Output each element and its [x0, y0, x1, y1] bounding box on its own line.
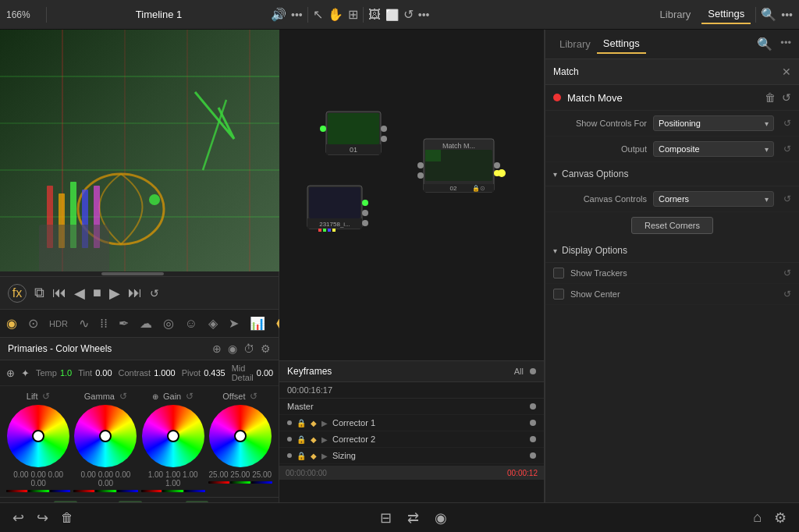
- equalizer-icon[interactable]: ⇄: [407, 509, 419, 527]
- more-icon[interactable]: •••: [291, 9, 303, 21]
- highlight-icon[interactable]: ◈: [208, 316, 218, 331]
- add-icon[interactable]: ⊕: [212, 342, 222, 355]
- loop-icon[interactable]: ↺: [150, 287, 159, 300]
- skip-back-icon[interactable]: ⏮: [52, 285, 66, 301]
- offset-slider-r[interactable]: [208, 481, 229, 484]
- kf-diamond-0[interactable]: ◆: [311, 419, 317, 427]
- gamma-slider-r[interactable]: [73, 490, 94, 492]
- output-dropdown[interactable]: Composite ▾: [653, 141, 774, 157]
- output-reset[interactable]: ↺: [783, 144, 791, 154]
- offset-wheel[interactable]: [209, 405, 272, 467]
- settings2-icon[interactable]: ⚙: [261, 342, 271, 355]
- gamma-wheel[interactable]: [74, 405, 137, 467]
- kf-diamond-2[interactable]: ◆: [311, 452, 317, 460]
- lift-slider-r[interactable]: [6, 490, 27, 492]
- lift-wheel[interactable]: [7, 405, 69, 467]
- gain-slider-g[interactable]: [162, 490, 183, 492]
- more3-icon[interactable]: •••: [781, 9, 793, 21]
- delete-icon[interactable]: 🗑: [61, 511, 73, 525]
- show-trackers-checkbox[interactable]: [553, 268, 564, 278]
- gain-slider-b[interactable]: [184, 490, 205, 492]
- kf-arrow-1[interactable]: ▶: [321, 435, 328, 444]
- tab-library2[interactable]: Library: [553, 35, 597, 53]
- kf-arrow-2[interactable]: ▶: [321, 452, 328, 460]
- show-controls-reset[interactable]: ↺: [783, 118, 791, 129]
- reset-corners-button[interactable]: Reset Corners: [631, 217, 713, 234]
- mm-reset-icon[interactable]: ↺: [782, 91, 791, 104]
- more4-icon[interactable]: •••: [780, 37, 791, 51]
- stop-icon[interactable]: ■: [93, 285, 101, 301]
- kf-lock-0[interactable]: 🔒: [297, 419, 306, 427]
- pip-icon[interactable]: ⬜: [385, 9, 399, 21]
- show-trackers-reset[interactable]: ↺: [783, 268, 791, 278]
- clips-icon[interactable]: ⊟: [380, 509, 392, 527]
- gamma-reset[interactable]: ↺: [119, 391, 127, 402]
- play-icon[interactable]: ▶: [109, 285, 120, 302]
- auto-icon[interactable]: ⊕: [6, 367, 15, 379]
- lift-slider-b[interactable]: [50, 490, 71, 492]
- curve-icon[interactable]: ∿: [79, 316, 89, 331]
- scope-icon[interactable]: ⊙: [28, 316, 38, 331]
- color-wheel2-icon[interactable]: ◉: [435, 509, 447, 527]
- offset-slider-b[interactable]: [251, 481, 272, 484]
- keyframes-all-label[interactable]: All: [514, 367, 524, 376]
- target-icon[interactable]: ◎: [163, 316, 174, 331]
- skip-forward-icon[interactable]: ⏭: [128, 285, 142, 301]
- dots-icon[interactable]: ⁞⁞: [100, 316, 108, 331]
- clock-icon[interactable]: ⏱: [243, 342, 254, 355]
- show-controls-dropdown[interactable]: Positioning ▾: [653, 115, 774, 131]
- tab-settings[interactable]: Settings: [701, 5, 751, 24]
- show-center-reset[interactable]: ↺: [783, 289, 791, 300]
- transform-icon[interactable]: ⊞: [348, 7, 358, 22]
- tab-settings2[interactable]: Settings: [597, 34, 646, 54]
- gain-slider-r[interactable]: [141, 490, 162, 492]
- effects-icon[interactable]: fx: [8, 284, 27, 303]
- gamma-slider-b[interactable]: [117, 490, 138, 492]
- gamma-slider-g[interactable]: [95, 490, 116, 492]
- home-icon[interactable]: ⌂: [753, 509, 762, 526]
- cloud-icon[interactable]: ☁: [140, 316, 152, 331]
- add-gain-icon[interactable]: ⊕: [152, 392, 158, 401]
- face-icon[interactable]: ☺: [185, 317, 197, 331]
- circle-icon[interactable]: ◉: [228, 342, 237, 355]
- kf-arrow-0[interactable]: ▶: [321, 419, 328, 427]
- offset-slider-g[interactable]: [230, 481, 251, 484]
- tab-library[interactable]: Library: [654, 5, 698, 23]
- close-icon[interactable]: ✕: [782, 66, 791, 78]
- scrollbar-thumb[interactable]: [101, 272, 164, 275]
- cursor-icon[interactable]: ↖: [313, 7, 323, 22]
- canvas-controls-dropdown[interactable]: Corners ▾: [653, 191, 774, 207]
- kf-lock-1[interactable]: 🔒: [297, 435, 306, 444]
- hand-icon[interactable]: ✋: [328, 7, 343, 22]
- color-wheel-icon[interactable]: ◉: [6, 316, 17, 331]
- prev-frame-icon[interactable]: ◀: [74, 285, 85, 302]
- image-icon[interactable]: 🖼: [368, 8, 381, 22]
- undo-icon[interactable]: ↩: [12, 509, 24, 527]
- layers-icon[interactable]: ⧉: [34, 285, 44, 301]
- redo-icon[interactable]: ↪: [37, 509, 48, 527]
- more2-icon[interactable]: •••: [418, 9, 430, 21]
- send-icon[interactable]: ➤: [229, 316, 239, 331]
- mm-delete-icon[interactable]: 🗑: [765, 91, 776, 104]
- offset-reset[interactable]: ↺: [250, 391, 257, 402]
- settings3-icon[interactable]: ⚙: [774, 509, 787, 527]
- canvas-controls-reset[interactable]: ↺: [783, 193, 791, 204]
- canvas-options-header[interactable]: ▾ Canvas Options: [545, 162, 799, 186]
- gain-reset[interactable]: ↺: [186, 391, 194, 402]
- node-canvas[interactable]: 01 Match M... 02 🔒 ⊙: [279, 30, 544, 360]
- lift-slider-g[interactable]: [28, 490, 49, 492]
- gain-wheel[interactable]: [142, 405, 204, 467]
- search2-icon[interactable]: 🔍: [757, 37, 772, 51]
- magic-icon[interactable]: ✦: [21, 367, 30, 379]
- picker-icon[interactable]: ✒: [119, 316, 129, 331]
- lift-reset[interactable]: ↺: [42, 391, 50, 402]
- search-icon[interactable]: 🔍: [761, 7, 776, 22]
- show-center-checkbox[interactable]: [553, 289, 564, 300]
- hdr-icon[interactable]: HDR: [49, 319, 68, 328]
- chart-icon[interactable]: 📊: [250, 316, 265, 331]
- kf-diamond-1[interactable]: ◆: [311, 435, 317, 444]
- sound-icon[interactable]: 🔊: [271, 7, 286, 22]
- kf-lock-2[interactable]: 🔒: [297, 452, 306, 460]
- loop-icon[interactable]: ↺: [403, 7, 414, 22]
- display-options-header[interactable]: ▾ Display Options: [545, 239, 799, 263]
